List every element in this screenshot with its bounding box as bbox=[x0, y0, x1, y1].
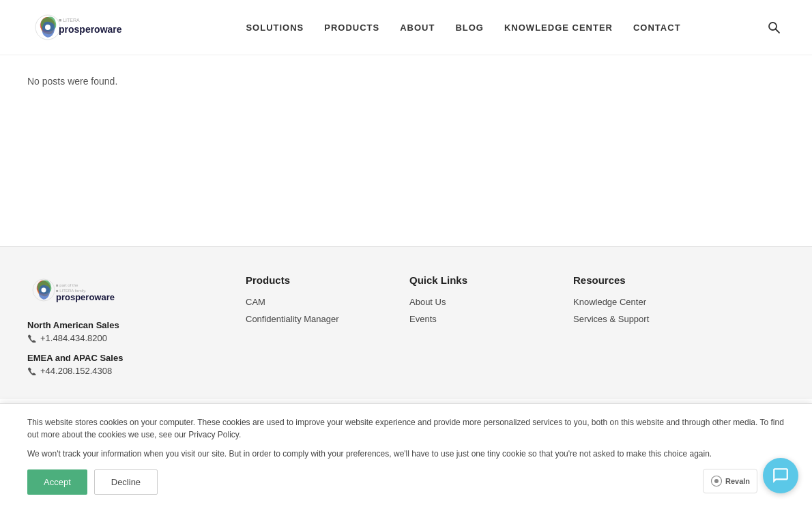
phone-icon-2 bbox=[27, 366, 36, 375]
footer-link-events[interactable]: Events bbox=[409, 314, 532, 324]
footer-resources-title: Resources bbox=[573, 274, 696, 286]
footer-resources-col: Resources Knowledge Center Services & Su… bbox=[573, 274, 696, 386]
footer-quick-links-col: Quick Links About Us Events bbox=[409, 274, 532, 386]
footer-link-cam[interactable]: CAM bbox=[246, 297, 368, 307]
footer-products-title: Products bbox=[246, 274, 368, 286]
svg-line-5 bbox=[775, 29, 779, 33]
emea-apac-phone: +44.208.152.4308 bbox=[27, 366, 205, 376]
footer-north-america: North American Sales +1.484.434.8200 bbox=[27, 320, 205, 343]
footer-link-about-us[interactable]: About Us bbox=[409, 297, 532, 307]
footer-quick-links-title: Quick Links bbox=[409, 274, 532, 286]
svg-text:■ LITERA: ■ LITERA bbox=[59, 18, 80, 23]
svg-text:■ part of the: ■ part of the bbox=[56, 283, 78, 287]
nav-products[interactable]: PRODUCTS bbox=[324, 23, 379, 33]
svg-point-1 bbox=[45, 25, 50, 30]
header: ■ LITERA prosperoware SOLUTIONS PRODUCTS… bbox=[0, 0, 812, 55]
main-nav: SOLUTIONS PRODUCTS ABOUT BLOG KNOWLEDGE … bbox=[246, 23, 680, 33]
search-button[interactable] bbox=[763, 16, 785, 38]
search-icon bbox=[767, 20, 781, 34]
site-logo[interactable]: ■ LITERA prosperoware bbox=[27, 7, 164, 48]
footer-link-knowledge-center[interactable]: Knowledge Center bbox=[573, 297, 696, 307]
footer-contact: North American Sales +1.484.434.8200 EME… bbox=[27, 320, 205, 376]
footer-logo-col: ■ part of the ■ LITERA family. prosperow… bbox=[27, 274, 205, 386]
footer-link-confidentiality-manager[interactable]: Confidentiality Manager bbox=[246, 314, 368, 324]
footer-emea-apac: EMEA and APAC Sales +44.208.152.4308 bbox=[27, 353, 205, 376]
footer-products-col: Products CAM Confidentiality Manager bbox=[246, 274, 368, 386]
nav-solutions[interactable]: SOLUTIONS bbox=[246, 23, 304, 33]
nav-blog[interactable]: BLOG bbox=[455, 23, 484, 33]
footer-top: ■ part of the ■ LITERA family. prosperow… bbox=[27, 274, 785, 386]
phone-icon bbox=[27, 334, 36, 343]
footer-link-services-support[interactable]: Services & Support bbox=[573, 314, 696, 324]
emea-apac-label: EMEA and APAC Sales bbox=[27, 353, 205, 363]
nav-knowledge-center[interactable]: KNOWLEDGE CENTER bbox=[504, 23, 613, 33]
svg-text:prosperoware: prosperoware bbox=[59, 24, 122, 35]
svg-point-7 bbox=[42, 288, 46, 293]
north-america-label: North American Sales bbox=[27, 320, 205, 330]
north-america-phone: +1.484.434.8200 bbox=[27, 333, 205, 343]
footer: ■ part of the ■ LITERA family. prosperow… bbox=[0, 246, 812, 399]
no-posts-message: No posts were found. bbox=[27, 76, 785, 87]
nav-contact[interactable]: CONTACT bbox=[633, 23, 681, 33]
footer-logo[interactable]: ■ part of the ■ LITERA family. prosperow… bbox=[27, 274, 177, 308]
main-content: No posts were found. bbox=[0, 55, 812, 246]
nav-about[interactable]: ABOUT bbox=[400, 23, 435, 33]
svg-text:prosperoware: prosperoware bbox=[56, 292, 115, 302]
logo-area[interactable]: ■ LITERA prosperoware bbox=[27, 7, 164, 48]
